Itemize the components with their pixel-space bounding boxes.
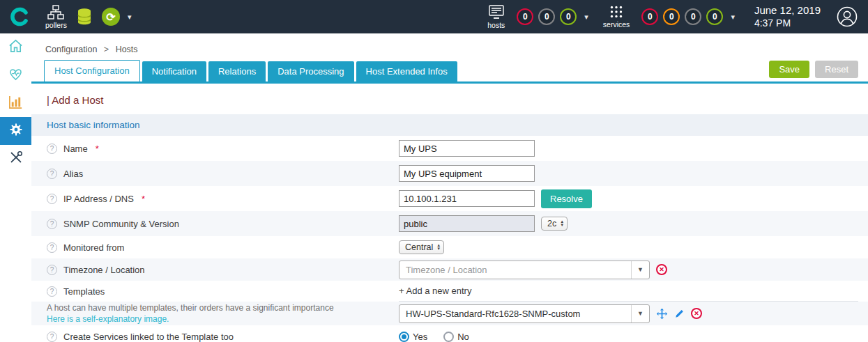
tab-relations[interactable]: Relations [208, 61, 266, 81]
help-icon[interactable]: ? [47, 265, 57, 275]
hosts-unreachable-badge[interactable]: 0 [538, 8, 555, 25]
add-template-entry-link[interactable]: + Add a new entry [399, 286, 471, 296]
page-title: | Add a Host [31, 84, 868, 114]
snmp-community-input[interactable] [399, 215, 535, 232]
form-row-create-services: ? Create Services linked to the Template… [31, 325, 868, 342]
delete-template-icon[interactable]: ✕ [691, 308, 702, 319]
pollers-chevron-down-icon[interactable]: ▾ [128, 13, 132, 22]
database-icon [77, 8, 92, 26]
snmp-label: SNMP Community & Version [63, 219, 179, 229]
move-template-icon[interactable] [656, 308, 668, 320]
monitored-from-label-group: ? Monitored from [47, 242, 399, 253]
help-icon[interactable]: ? [47, 219, 57, 229]
monitored-from-value: Central [405, 242, 433, 252]
sidebar-item-configuration[interactable] [0, 117, 31, 145]
ip-input[interactable] [399, 190, 535, 207]
form-row-timezone: ? Timezone / Location Timezone / Locatio… [31, 258, 868, 281]
tab-notification[interactable]: Notification [142, 61, 206, 81]
help-icon[interactable]: ? [47, 332, 57, 342]
tab-bar: Host Configuration Notification Relation… [31, 60, 868, 84]
hosts-menu[interactable]: hosts [487, 5, 505, 29]
hosts-chevron-down-icon[interactable]: ▾ [584, 13, 588, 22]
breadcrumb-configuration[interactable]: Configuration [45, 45, 97, 54]
alias-input[interactable] [399, 165, 535, 182]
radio-yes-selected[interactable] [399, 332, 409, 342]
services-unknown-badge[interactable]: 0 [685, 8, 701, 25]
gear-icon [8, 122, 24, 140]
main-content: Configuration > Hosts Host Configuration… [31, 33, 868, 342]
centreon-logo[interactable] [0, 0, 40, 33]
form-row-templates: ? Templates + Add a new entry [31, 281, 868, 302]
help-icon[interactable]: ? [47, 286, 57, 297]
services-warning-badge[interactable]: 0 [663, 8, 680, 25]
top-bar: pollers ⟳ ▾ hosts 0 0 0 ▾ [0, 0, 868, 33]
help-icon[interactable]: ? [47, 169, 57, 179]
timezone-select[interactable]: Timezone / Location ▼ [399, 261, 650, 279]
save-button[interactable]: Save [769, 61, 809, 78]
tab-host-configuration[interactable]: Host Configuration [44, 60, 140, 81]
hosts-down-badge[interactable]: 0 [517, 8, 533, 25]
pollers-menu[interactable]: pollers [45, 5, 67, 29]
select-stepper-icon: ▲▼ [560, 220, 564, 227]
templates-help-link[interactable]: Here is a self-explanatory image. [47, 314, 334, 324]
create-services-no-option[interactable]: No [443, 332, 469, 342]
sidebar-item-reporting[interactable] [0, 89, 31, 117]
hosts-label: hosts [487, 21, 505, 29]
breadcrumb: Configuration > Hosts [31, 33, 868, 60]
name-label: Name [63, 143, 88, 154]
help-icon[interactable]: ? [47, 242, 57, 253]
yes-label: Yes [413, 332, 427, 342]
services-critical-badge[interactable]: 0 [641, 8, 658, 25]
timezone-placeholder: Timezone / Location [406, 265, 487, 275]
tab-actions: Save Reset [769, 61, 858, 81]
tab-data-processing[interactable]: Data Processing [268, 61, 353, 81]
templates-help-text: A host can have multiple templates, thei… [47, 303, 334, 313]
name-label-group: ? Name * [47, 143, 399, 154]
snmp-version-value: 2c [547, 219, 556, 228]
services-menu[interactable]: services [603, 5, 630, 29]
sidebar-item-home[interactable] [0, 33, 31, 61]
timezone-clear-icon[interactable]: ✕ [656, 264, 667, 275]
edit-template-pencil-icon[interactable] [674, 309, 685, 319]
poller-ok-status[interactable]: ⟳ [102, 8, 120, 26]
snmp-version-select[interactable]: 2c ▲▼ [541, 217, 568, 231]
snmp-label-group: ? SNMP Community & Version [47, 219, 399, 229]
hosts-up-badge[interactable]: 0 [560, 8, 577, 25]
hosts-status-badges: 0 0 0 ▾ [517, 8, 591, 25]
tab-host-extended-infos[interactable]: Host Extended Infos [356, 61, 457, 81]
sidebar [0, 33, 31, 342]
sidebar-item-monitoring[interactable] [0, 61, 31, 89]
templates-help: A host can have multiple templates, thei… [47, 303, 334, 324]
services-label: services [603, 20, 630, 29]
breadcrumb-separator: > [104, 45, 109, 54]
resolve-button[interactable]: Resolve [541, 189, 592, 208]
help-icon[interactable]: ? [47, 143, 57, 154]
services-ok-badge[interactable]: 0 [706, 8, 723, 25]
create-services-yes-option[interactable]: Yes [399, 332, 427, 342]
templates-label-group: ? Templates [47, 286, 399, 297]
bar-chart-icon [8, 94, 24, 113]
user-profile-button[interactable] [836, 6, 858, 28]
radio-no[interactable] [443, 332, 454, 342]
reset-button[interactable]: Reset [815, 61, 858, 78]
database-status[interactable] [77, 8, 92, 26]
form-row-template-entry: A host can have multiple templates, thei… [31, 302, 868, 325]
ip-label: IP Address / DNS [63, 194, 134, 204]
monitored-from-label: Monitored from [63, 242, 124, 253]
timezone-label: Timezone / Location [63, 265, 145, 275]
template-value: HW-UPS-Standard-Rfc1628-SNMP-custom [406, 309, 580, 319]
services-chevron-down-icon[interactable]: ▾ [731, 13, 735, 22]
services-icon [609, 5, 623, 19]
select-stepper-icon: ▲▼ [436, 244, 441, 251]
template-select[interactable]: HW-UPS-Standard-Rfc1628-SNMP-custom ▼ [399, 304, 650, 323]
create-services-label: Create Services linked to the Template t… [63, 332, 234, 342]
name-input[interactable] [399, 140, 535, 157]
help-icon[interactable]: ? [47, 194, 57, 204]
pollers-label: pollers [45, 21, 67, 29]
tools-icon [8, 150, 24, 168]
sidebar-item-administration[interactable] [0, 145, 31, 173]
breadcrumb-hosts[interactable]: Hosts [116, 45, 138, 54]
home-icon [8, 38, 24, 57]
sync-ok-icon: ⟳ [102, 8, 120, 26]
monitored-from-select[interactable]: Central ▲▼ [399, 240, 444, 254]
